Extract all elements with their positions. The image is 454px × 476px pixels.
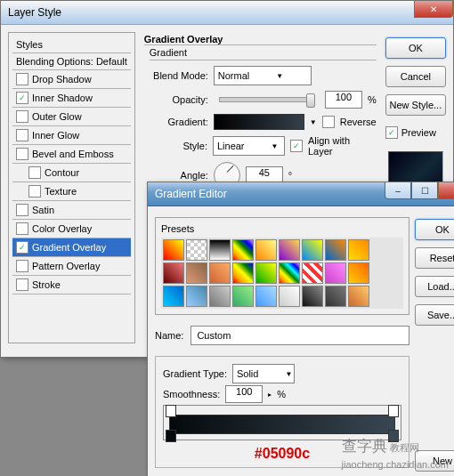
checkbox-icon[interactable] xyxy=(16,73,28,85)
style-texture[interactable]: Texture xyxy=(12,182,131,201)
checkbox-icon[interactable] xyxy=(16,260,28,272)
blend-mode-label: Blend Mode: xyxy=(144,70,208,81)
style-satin[interactable]: Satin xyxy=(12,201,131,220)
presets-group: Presets xyxy=(155,217,409,315)
checkbox-icon[interactable] xyxy=(16,148,28,160)
gradient-picker[interactable] xyxy=(214,114,304,130)
preset-swatch[interactable] xyxy=(186,262,207,284)
layer-style-titlebar[interactable]: Layer Style ✕ xyxy=(1,1,453,25)
opacity-label: Opacity: xyxy=(144,94,208,105)
preset-swatch[interactable] xyxy=(209,239,231,261)
preset-swatch[interactable] xyxy=(232,262,254,284)
checkbox-icon[interactable] xyxy=(16,278,28,291)
cancel-button[interactable]: Cancel xyxy=(385,66,446,87)
ok-button[interactable]: OK xyxy=(385,37,446,59)
preset-swatch[interactable] xyxy=(255,262,277,284)
blend-mode-select[interactable]: Normal▼ xyxy=(214,66,312,85)
preset-swatch[interactable] xyxy=(302,239,323,261)
section-subtitle: Gradient xyxy=(150,47,377,61)
layer-style-title: Layer Style xyxy=(8,6,410,19)
preset-swatch[interactable] xyxy=(209,286,231,307)
preset-swatch[interactable] xyxy=(302,286,323,307)
checkbox-icon[interactable]: ✓ xyxy=(16,241,28,254)
preset-swatch[interactable] xyxy=(348,286,369,307)
blending-options[interactable]: Blending Options: Default xyxy=(12,53,131,70)
align-checkbox[interactable]: ✓ xyxy=(290,140,303,152)
gradient-bar[interactable] xyxy=(163,405,401,440)
style-inner-shadow[interactable]: ✓Inner Shadow xyxy=(12,89,131,108)
load-button[interactable]: Load... xyxy=(415,276,454,297)
chevron-right-icon[interactable]: ▸ xyxy=(268,391,272,399)
preset-swatch[interactable] xyxy=(163,239,184,261)
color-stop[interactable] xyxy=(388,430,399,442)
save-button[interactable]: Save... xyxy=(415,304,454,326)
new-style-button[interactable]: New Style... xyxy=(385,94,446,116)
checkbox-icon[interactable] xyxy=(16,110,28,123)
style-select[interactable]: Linear▼ xyxy=(213,136,285,156)
styles-header[interactable]: Styles xyxy=(12,36,131,53)
opacity-stop[interactable] xyxy=(166,405,176,417)
preset-swatch[interactable] xyxy=(325,239,346,261)
style-outer-glow[interactable]: Outer Glow xyxy=(12,108,131,126)
style-contour[interactable]: Contour xyxy=(12,164,131,182)
close-icon[interactable]: ✕ xyxy=(414,1,453,18)
style-stroke[interactable]: Stroke xyxy=(12,276,131,294)
opacity-slider[interactable] xyxy=(219,97,314,102)
chevron-down-icon: ▼ xyxy=(285,370,292,378)
gradient-editor-dialog: Gradient Editor – ☐ ✕ Presets xyxy=(147,182,454,476)
preset-swatch[interactable] xyxy=(279,286,300,307)
style-drop-shadow[interactable]: Drop Shadow xyxy=(12,70,131,89)
gradient-editor-titlebar[interactable]: Gradient Editor – ☐ ✕ xyxy=(148,182,454,206)
preset-swatch[interactable] xyxy=(302,262,323,284)
preset-swatch[interactable] xyxy=(232,239,254,261)
name-input[interactable]: Custom xyxy=(191,326,409,345)
new-button[interactable]: New xyxy=(415,450,454,472)
style-color-overlay[interactable]: Color Overlay xyxy=(12,220,131,238)
chevron-down-icon: ▼ xyxy=(272,142,279,150)
reverse-checkbox[interactable] xyxy=(322,116,335,128)
close-icon[interactable]: ✕ xyxy=(438,182,454,199)
gradient-type-select[interactable]: Solid▼ xyxy=(232,364,295,383)
preset-swatch[interactable] xyxy=(232,286,254,307)
style-bevel-emboss[interactable]: Bevel and Emboss xyxy=(12,145,131,164)
preset-swatch[interactable] xyxy=(325,286,346,307)
checkbox-icon[interactable] xyxy=(16,222,28,235)
checkbox-icon[interactable] xyxy=(16,204,28,216)
style-label: Style: xyxy=(144,141,207,151)
angle-label: Angle: xyxy=(144,170,208,181)
preset-swatch[interactable] xyxy=(279,262,300,284)
ok-button[interactable]: OK xyxy=(415,219,454,240)
preset-swatch[interactable] xyxy=(255,239,277,261)
chevron-down-icon[interactable]: ▼ xyxy=(310,118,317,126)
color-stop[interactable] xyxy=(166,430,176,442)
preset-swatch[interactable] xyxy=(325,262,346,284)
minimize-icon[interactable]: – xyxy=(385,182,411,199)
preset-swatch[interactable] xyxy=(163,262,184,284)
opacity-input[interactable]: 100 xyxy=(325,91,362,109)
checkbox-icon[interactable] xyxy=(16,129,28,141)
chevron-down-icon: ▼ xyxy=(276,72,283,80)
preset-swatch[interactable] xyxy=(186,286,207,307)
preset-swatch[interactable] xyxy=(209,262,231,284)
style-inner-glow[interactable]: Inner Glow xyxy=(12,126,131,145)
preset-swatch[interactable] xyxy=(348,262,369,284)
preset-swatch[interactable] xyxy=(348,239,369,261)
smoothness-input[interactable]: 100 xyxy=(225,385,263,403)
style-gradient-overlay[interactable]: ✓Gradient Overlay xyxy=(12,238,131,257)
preset-swatch[interactable] xyxy=(163,286,184,307)
preset-swatch[interactable] xyxy=(279,239,300,261)
reset-button[interactable]: Reset xyxy=(415,247,454,269)
checkbox-icon[interactable]: ✓ xyxy=(16,92,28,104)
opacity-stop[interactable] xyxy=(388,405,399,417)
styles-list: Styles Blending Options: Default Drop Sh… xyxy=(8,32,135,343)
preset-swatch[interactable] xyxy=(186,239,207,261)
maximize-icon[interactable]: ☐ xyxy=(411,182,438,199)
checkbox-icon[interactable] xyxy=(28,166,41,179)
preset-swatch[interactable] xyxy=(255,286,277,307)
smoothness-label: Smoothness: xyxy=(163,389,220,399)
checkbox-icon[interactable] xyxy=(28,185,41,198)
gradient-editor-title: Gradient Editor xyxy=(155,188,381,200)
gradient-strip[interactable] xyxy=(169,415,395,434)
preview-checkbox[interactable]: ✓ xyxy=(385,126,398,139)
style-pattern-overlay[interactable]: Pattern Overlay xyxy=(12,257,131,276)
